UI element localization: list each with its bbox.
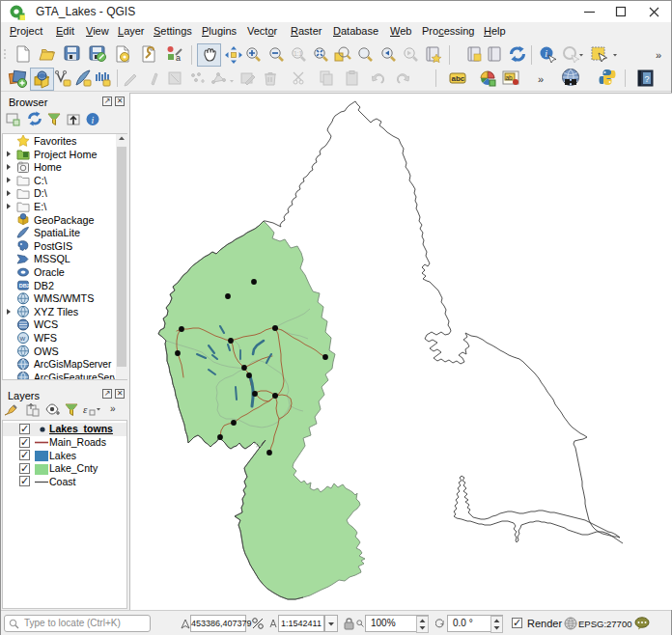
svg-text:D:\: D:\: [34, 187, 47, 199]
svg-text:DB2: DB2: [34, 280, 54, 291]
svg-text:?: ?: [645, 74, 650, 84]
svg-text:C:\: C:\: [34, 175, 47, 186]
svg-text:Oracle: Oracle: [34, 266, 65, 278]
svg-text:PostGIS: PostGIS: [34, 240, 72, 252]
svg-text:a: a: [176, 53, 181, 63]
svg-text:»: »: [538, 73, 544, 85]
svg-text:ε: ε: [83, 403, 88, 415]
svg-text:»: »: [656, 49, 661, 61]
svg-text:WCS: WCS: [34, 318, 58, 330]
svg-text:Home: Home: [34, 161, 62, 173]
svg-text:i: i: [545, 48, 547, 59]
svg-text:WFS: WFS: [34, 332, 57, 344]
svg-text:»: »: [110, 403, 116, 414]
svg-text:Project Home: Project Home: [34, 149, 97, 160]
svg-text:GeoPackage: GeoPackage: [34, 214, 94, 226]
svg-text:DB2: DB2: [19, 283, 30, 289]
svg-text:ab: ab: [506, 74, 514, 81]
svg-text:OWS: OWS: [34, 345, 59, 357]
svg-text:ArcGisMapServer: ArcGisMapServer: [34, 359, 112, 370]
svg-text:WMS/WMTS: WMS/WMTS: [34, 292, 94, 304]
svg-text:XYZ Tiles: XYZ Tiles: [34, 306, 79, 318]
svg-text:ArcGisFeatureServer: ArcGisFeatureServer: [34, 373, 115, 379]
svg-text:MSSQL: MSSQL: [34, 253, 70, 264]
svg-text:W: W: [20, 336, 26, 342]
svg-text:E:\: E:\: [34, 201, 46, 212]
svg-text:1:1: 1:1: [294, 50, 302, 57]
svg-text:SpatiaLite: SpatiaLite: [34, 227, 80, 238]
svg-text:abc: abc: [452, 74, 465, 83]
svg-text:i: i: [91, 115, 94, 125]
svg-text:Favorites: Favorites: [34, 135, 77, 147]
